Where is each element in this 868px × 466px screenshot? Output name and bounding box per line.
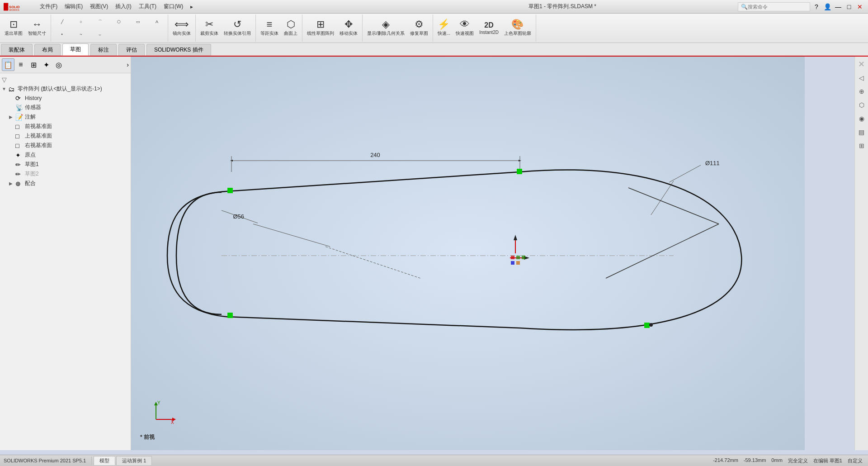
fillet-button[interactable]: ⌣	[91, 29, 109, 40]
tab-sketch[interactable]: 草图	[62, 43, 89, 56]
maximize-button[interactable]: □	[844, 2, 854, 11]
show-relations-button[interactable]: ◈ 显示/删除几何关系	[364, 16, 407, 40]
tab-layout[interactable]: 布局	[34, 44, 61, 56]
move-handle-5[interactable]	[522, 256, 525, 259]
tree-item-annotations[interactable]: ▶ 📝 注解	[0, 112, 131, 122]
show-relations-icon: ◈	[382, 19, 390, 29]
right-panel-icon-6[interactable]: ▤	[856, 126, 868, 138]
coord-z: 0mm	[771, 457, 782, 464]
tab-plugins[interactable]: SOLIDWORKS 插件	[146, 44, 211, 56]
help-icon[interactable]: ?	[812, 2, 821, 11]
text-button[interactable]: A	[148, 16, 166, 28]
sketch2-icon: ✏	[15, 171, 24, 178]
tab-evaluate[interactable]: 评估	[118, 44, 145, 56]
spline-button[interactable]: ~	[72, 29, 90, 40]
dimension-diameter2-text: Ø111	[705, 160, 720, 166]
right-panel-icon-1[interactable]: ✕	[856, 58, 868, 70]
minimize-button[interactable]: —	[834, 2, 843, 11]
move-handle-4[interactable]	[516, 261, 520, 265]
tab-annotation[interactable]: 标注	[90, 44, 117, 56]
close-button[interactable]: ✕	[855, 2, 864, 11]
move-entity-button[interactable]: ✥ 移动实体	[337, 16, 360, 40]
menu-file[interactable]: 文件(F)	[36, 1, 61, 12]
convert-button[interactable]: ↺ 转换实体引用	[221, 16, 254, 40]
offset-button[interactable]: ≡ 等距实体	[258, 16, 281, 40]
tree-item-top-plane[interactable]: □ 上视基准面	[0, 131, 131, 141]
tree-top-plane-label: 上视基准面	[25, 132, 52, 140]
surface-button[interactable]: ⬡ 曲面上	[281, 16, 300, 40]
toolbar-section-relations: ◈ 显示/删除几何关系 ⚙ 修复草图	[363, 14, 433, 42]
polyline-button[interactable]: ⬡	[110, 16, 128, 28]
tree-item-sensors[interactable]: 📡 传感器	[0, 103, 131, 112]
right-panel-icon-7[interactable]: ⊞	[856, 140, 868, 152]
quick-view-button[interactable]: ⚡ 快速...	[435, 16, 453, 40]
panel-icon-propertymanager[interactable]: ≡	[14, 58, 27, 71]
coord-y: -59.13mm	[744, 457, 766, 464]
dimension-diameter1-text: Ø56	[233, 213, 244, 220]
tree-item-front-plane[interactable]: □ 前视基准面	[0, 122, 131, 131]
tree-front-plane-label: 前视基准面	[25, 123, 52, 130]
instant2d-button[interactable]: 2D Instant2D	[476, 16, 501, 40]
move-handle-1[interactable]	[511, 256, 514, 259]
status-bar: SOLIDWORKS Premium 2021 SP5.1 模型 运动算例 1 …	[0, 455, 868, 466]
mirror-button[interactable]: ⟺ 镜向实体	[170, 16, 193, 40]
panel-icon-dimxpert[interactable]: ✦	[40, 58, 52, 71]
tree-item-sketch1[interactable]: ✏ 草图1	[0, 160, 131, 169]
exit-sketch-button[interactable]: ⊡ 退出草图	[2, 16, 25, 40]
origin-icon: ✦	[15, 152, 24, 159]
repair-sketch-label: 修复草图	[410, 30, 428, 37]
right-panel-icon-3[interactable]: ⊕	[856, 86, 868, 97]
circle-button[interactable]: ○	[72, 16, 90, 28]
menu-tools[interactable]: 工具(T)	[135, 1, 160, 12]
right-panel-icon-5[interactable]: ◉	[856, 113, 868, 124]
user-icon[interactable]: 👤	[823, 2, 832, 11]
quick-view2-button[interactable]: 👁 快速视图	[453, 16, 476, 40]
right-panel-icon-4[interactable]: ⬡	[856, 99, 868, 111]
arc-button[interactable]: ⌒	[91, 16, 109, 28]
canvas-area[interactable]: 240 Ø56 Ø111 Y	[131, 57, 805, 450]
status-tab-motion[interactable]: 运动算例 1	[116, 456, 152, 465]
tree-item-sketch2[interactable]: ✏ 草图2	[0, 169, 131, 179]
tree-item-origin[interactable]: ✦ 原点	[0, 150, 131, 160]
trim-button[interactable]: ✂ 裁剪实体	[198, 16, 221, 40]
menu-view[interactable]: 视图(V)	[86, 1, 112, 12]
line-button[interactable]: ╱	[53, 16, 71, 28]
tree-root-arrow: ▼	[2, 86, 8, 91]
tab-assembly[interactable]: 装配体	[1, 44, 33, 56]
linear-pattern-button[interactable]: ⊞ 线性草图阵列	[304, 16, 337, 40]
search-box[interactable]: 🔍	[738, 2, 810, 11]
search-input[interactable]	[748, 4, 807, 10]
svg-rect-5	[131, 57, 805, 450]
panel-icon-configmanager[interactable]: ⊞	[27, 58, 40, 71]
repair-sketch-button[interactable]: ⚙ 修复草图	[407, 16, 431, 40]
right-panel-icon-2[interactable]: ◁	[856, 72, 868, 84]
tree-root[interactable]: ▼ 🗂 零件阵列 (默认<默认_显示状态-1>)	[0, 84, 131, 94]
menu-more[interactable]: ▸	[187, 2, 197, 12]
status-custom: 自定义	[848, 457, 863, 464]
menu-edit[interactable]: 编辑(E)	[61, 1, 86, 12]
panel-expand-arrow[interactable]: ›	[127, 61, 129, 68]
status-coordinates: -214.72mm -59.13mm 0mm 完全定义 在编辑 草图1 自定义	[713, 457, 868, 464]
tree-item-mate[interactable]: ▶ ⊕ 配合	[0, 179, 131, 188]
menu-insert[interactable]: 插入(I)	[112, 1, 135, 12]
panel-icon-display[interactable]: ◎	[52, 58, 65, 71]
exit-sketch-icon: ⊡	[9, 19, 18, 29]
move-handle-3[interactable]	[511, 261, 514, 265]
panel-icon-featuremanager[interactable]: 📋	[2, 58, 14, 71]
title-bar: SOLID WORKS 文件(F) 编辑(E) 视图(V) 插入(I) 工具(T…	[0, 0, 868, 14]
point-button[interactable]: •	[53, 29, 71, 40]
tree-item-history[interactable]: ⟳ History	[0, 94, 131, 103]
sketch-svg: 240 Ø56 Ø111	[131, 57, 805, 450]
tree-origin-label: 原点	[25, 151, 36, 159]
smart-dimension-button[interactable]: ↔ 智能尺寸	[25, 16, 49, 40]
menu-window[interactable]: 窗口(W)	[160, 1, 187, 12]
tree-history-label: History	[25, 95, 42, 101]
move-handle-2[interactable]	[516, 256, 520, 259]
rect-button[interactable]: ▭	[129, 16, 147, 28]
color-contour-button[interactable]: 🎨 上色草图轮廓	[501, 16, 534, 40]
left-panel: 📋 ≡ ⊞ ✦ ◎ › ▽ ▼ 🗂 零件阵列 (默认<默认_显示状态-1>) ⟳…	[0, 57, 131, 450]
svg-text:X: X	[171, 420, 174, 425]
tree-item-right-plane[interactable]: □ 右视基准面	[0, 141, 131, 150]
status-tab-model[interactable]: 模型	[94, 456, 115, 465]
tree-mate-label: 配合	[25, 180, 36, 187]
